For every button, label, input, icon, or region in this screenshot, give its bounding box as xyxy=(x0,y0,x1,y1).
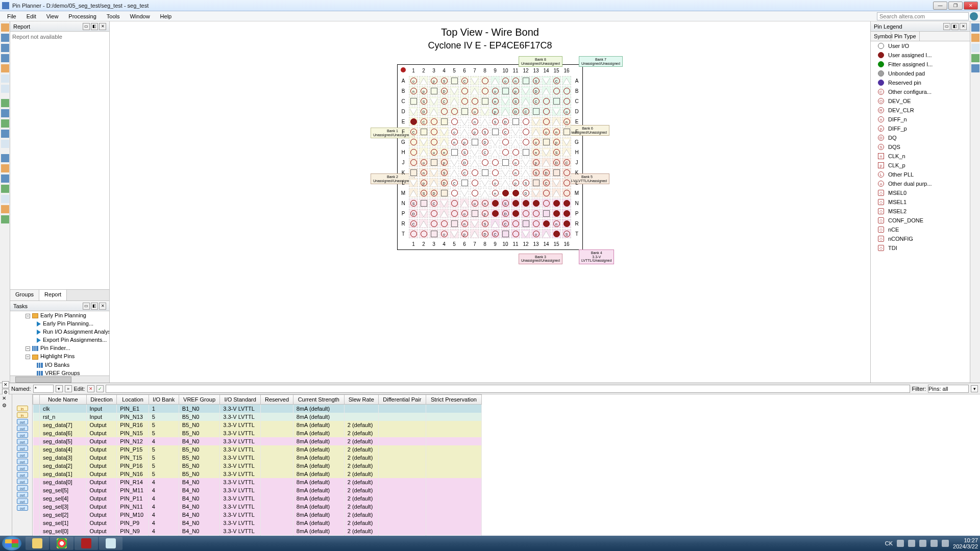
pin-cell[interactable] xyxy=(420,139,427,145)
pin-cell[interactable]: n xyxy=(553,129,560,135)
pin-cell[interactable]: o xyxy=(410,78,417,84)
pin-cell[interactable] xyxy=(543,200,550,207)
pin-cell[interactable] xyxy=(502,159,509,166)
pin-cell[interactable] xyxy=(420,78,427,84)
pin-cell[interactable]: D xyxy=(512,108,519,115)
pin-cell[interactable] xyxy=(471,78,478,84)
pin-cell[interactable] xyxy=(492,169,499,176)
pin-cell[interactable] xyxy=(512,149,519,156)
pin-cell[interactable] xyxy=(492,159,499,166)
task-explorer[interactable] xyxy=(26,537,49,550)
pin-cell[interactable] xyxy=(451,98,458,105)
pin-cell[interactable] xyxy=(492,129,499,135)
close-button[interactable]: ✕ xyxy=(964,2,978,10)
pin-cell[interactable]: n xyxy=(512,78,519,84)
pin-cell[interactable] xyxy=(461,190,468,196)
pin-cell[interactable] xyxy=(564,180,570,186)
pin-cell[interactable] xyxy=(502,180,509,186)
pin-cell[interactable] xyxy=(564,98,570,105)
pin-cell[interactable]: p xyxy=(533,159,540,166)
pin-cell[interactable] xyxy=(482,159,488,166)
pin-cell[interactable] xyxy=(512,220,519,227)
toolbar-zoomout-icon[interactable] xyxy=(1,44,9,52)
pin-cell[interactable] xyxy=(461,201,468,207)
menu-tools[interactable]: Tools xyxy=(102,12,125,20)
grid-col-header[interactable]: I/O Bank xyxy=(149,395,179,405)
pin-cell[interactable] xyxy=(523,220,529,227)
tasks-item[interactable]: −Early Pin Planning xyxy=(10,311,109,319)
table-row[interactable]: seg_sel[5]OutputPIN_M114B4_N03.3-V LVTTL… xyxy=(33,486,482,494)
pin-cell[interactable]: D xyxy=(502,118,509,125)
pin-cell[interactable]: o xyxy=(492,180,499,186)
pin-cell[interactable] xyxy=(441,190,448,196)
pin-cell[interactable] xyxy=(410,169,417,176)
pin-cell[interactable] xyxy=(431,129,437,135)
pin-cell[interactable]: C xyxy=(421,118,427,125)
pane-close-icon[interactable]: ✕ xyxy=(99,23,106,30)
pin-cell[interactable] xyxy=(553,109,560,115)
pin-cell[interactable] xyxy=(523,210,529,217)
pin-cell[interactable]: D xyxy=(441,180,448,186)
pin-cell[interactable]: n xyxy=(553,220,560,227)
pin-cell[interactable]: p xyxy=(431,78,437,84)
pin-cell[interactable]: C xyxy=(482,149,488,156)
pin-cell[interactable]: D xyxy=(553,159,560,166)
pin-cell[interactable] xyxy=(420,211,427,217)
pin-cell[interactable] xyxy=(553,169,560,176)
pin-cell[interactable] xyxy=(564,169,570,176)
legend-close-icon[interactable]: ✕ xyxy=(960,23,967,30)
pin-cell[interactable] xyxy=(543,190,550,196)
grid-col-header[interactable]: Differential Pair xyxy=(378,395,426,405)
pin-cell[interactable]: S xyxy=(461,149,468,156)
pin-cell[interactable] xyxy=(420,149,427,156)
pin-cell[interactable] xyxy=(421,231,427,237)
tasks-hscroll[interactable] xyxy=(10,375,109,383)
pin-cell[interactable] xyxy=(523,200,529,207)
pin-cell[interactable] xyxy=(553,180,560,186)
pin-cell[interactable] xyxy=(563,149,570,156)
pin-cell[interactable]: D xyxy=(543,169,550,176)
grid-col-header[interactable]: Direction xyxy=(86,395,117,405)
pin-cell[interactable]: o xyxy=(421,159,427,166)
pin-cell[interactable] xyxy=(543,149,550,156)
tasks-close-icon[interactable]: ✕ xyxy=(99,303,106,310)
menu-file[interactable]: File xyxy=(2,12,21,20)
pin-cell[interactable] xyxy=(502,98,509,105)
rtool-5-icon[interactable] xyxy=(971,64,979,72)
pin-cell[interactable]: S xyxy=(523,180,529,186)
pin-cell[interactable] xyxy=(441,118,448,125)
pin-cell[interactable]: p xyxy=(492,108,499,115)
pin-cell[interactable] xyxy=(440,139,448,145)
pin-cell[interactable]: n xyxy=(461,220,468,227)
pin-cell[interactable] xyxy=(410,149,417,156)
pin-cell[interactable]: D xyxy=(533,88,540,94)
pin-cell[interactable]: C xyxy=(543,180,550,186)
pin-cell[interactable]: C xyxy=(492,231,499,237)
pin-cell[interactable] xyxy=(522,170,529,176)
table-row[interactable]: seg_data[7]OutputPIN_R165B5_N03.3-V LVTT… xyxy=(33,421,482,429)
pin-cell[interactable]: o xyxy=(564,108,570,115)
pin-cell[interactable]: C xyxy=(502,129,509,135)
pin-cell[interactable]: C xyxy=(461,78,468,84)
table-row[interactable]: seg_sel[1]OutputPIN_P94B4_N03.3-V LVTTL8… xyxy=(33,519,482,527)
pin-cell[interactable] xyxy=(410,98,417,105)
tasks-item[interactable]: VREF Groups xyxy=(10,369,109,375)
pin-cell[interactable] xyxy=(543,98,550,105)
pin-cell[interactable] xyxy=(471,160,478,166)
toolbar-filter-icon[interactable] xyxy=(1,154,9,162)
task-chrome[interactable] xyxy=(50,537,74,550)
pin-cell[interactable] xyxy=(512,139,519,145)
pin-cell[interactable] xyxy=(502,139,509,145)
grid-left-opts-icon[interactable]: ⚙ xyxy=(2,403,7,408)
rtool-3-icon[interactable] xyxy=(971,44,979,52)
pin-cell[interactable] xyxy=(522,98,529,105)
menu-view[interactable]: View xyxy=(41,12,64,20)
pin-cell[interactable]: n xyxy=(451,139,458,145)
pin-cell[interactable] xyxy=(451,88,458,94)
pin-cell[interactable] xyxy=(431,220,437,227)
pin-cell[interactable] xyxy=(451,78,458,84)
pin-cell[interactable] xyxy=(451,160,458,166)
pin-cell[interactable] xyxy=(512,118,519,125)
pin-cell[interactable]: n xyxy=(564,118,570,125)
pin-cell[interactable] xyxy=(481,109,488,115)
